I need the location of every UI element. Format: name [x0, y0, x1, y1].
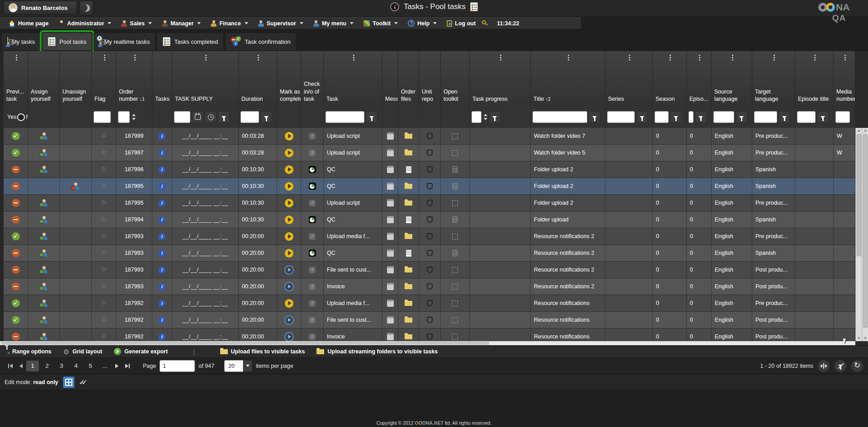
- order-files-folder-icon[interactable]: [405, 184, 412, 189]
- cell-prev[interactable]: ✓: [4, 128, 28, 144]
- filter-input[interactable]: [326, 111, 364, 123]
- scrollbar-thumb[interactable]: [1, 342, 489, 345]
- table-row[interactable]: ⚐187996i__/__/____ __:__00:10:30QCFolder…: [4, 161, 855, 178]
- column-header-unit[interactable]: Unit repo: [419, 51, 441, 106]
- spinner-up-icon[interactable]: [484, 114, 487, 116]
- messages-icon[interactable]: [387, 316, 394, 324]
- column-header-order[interactable]: Order number↓1: [116, 51, 152, 106]
- cell-mark[interactable]: [277, 228, 301, 244]
- range-options-button[interactable]: + Range options: [5, 347, 52, 356]
- cell-assign[interactable]: [28, 128, 60, 144]
- cell-assign[interactable]: [28, 211, 60, 228]
- flag-icon[interactable]: ⚐: [101, 216, 107, 223]
- column-menu-icon[interactable]: [732, 55, 733, 56]
- order-files-folder-icon[interactable]: [405, 267, 412, 272]
- cell-unassign[interactable]: [60, 328, 92, 341]
- page-number-2[interactable]: 2: [41, 361, 53, 371]
- task-info-icon[interactable]: i: [159, 133, 165, 140]
- menu-item-toolkit[interactable]: Toolkit: [359, 18, 402, 29]
- column-menu-icon[interactable]: [353, 55, 354, 56]
- yes-no-toggle[interactable]: YesN: [5, 113, 28, 121]
- grid-horizontal-scrollbar[interactable]: [0, 341, 855, 345]
- column-header-target[interactable]: Target language: [752, 51, 795, 106]
- page-number-5[interactable]: 5: [84, 361, 97, 371]
- column-header-title[interactable]: Title↑2: [531, 51, 605, 106]
- messages-icon[interactable]: [387, 249, 394, 257]
- filter-input[interactable]: [118, 111, 130, 123]
- cell-assign[interactable]: [28, 328, 60, 341]
- upload-files-button[interactable]: Upload files to visible tasks: [220, 348, 305, 355]
- order-files-folder-icon[interactable]: [405, 134, 412, 139]
- cell-tasks[interactable]: i: [152, 178, 172, 194]
- cell-mark[interactable]: [277, 178, 301, 194]
- cell-tasks[interactable]: i: [152, 278, 172, 295]
- table-row[interactable]: ⚐187993i__/__/____ __:__00:20:00QCResour…: [4, 245, 855, 262]
- upload-streaming-button[interactable]: Upload streaming folders to visible task…: [316, 348, 438, 355]
- page-number-1[interactable]: 1: [26, 361, 39, 371]
- cell-tasks[interactable]: i: [152, 195, 172, 211]
- cell-assign[interactable]: [28, 245, 60, 261]
- cell-mark[interactable]: [277, 145, 301, 161]
- order-files-folder-icon[interactable]: [405, 301, 412, 306]
- column-header-episode[interactable]: Episo...: [687, 51, 712, 106]
- scroll-up-icon[interactable]: ▲: [862, 128, 868, 133]
- messages-icon[interactable]: [387, 300, 394, 307]
- cell-mark[interactable]: [277, 262, 301, 278]
- cell-mark[interactable]: [277, 128, 301, 144]
- messages-icon[interactable]: [387, 132, 394, 140]
- cell-prev[interactable]: [4, 161, 28, 178]
- tab-my-realtime-tasks[interactable]: My realtime tasks: [94, 33, 156, 51]
- filter-input[interactable]: [472, 111, 481, 123]
- cell-prev[interactable]: [4, 195, 28, 211]
- cell-prev[interactable]: ✓: [4, 228, 28, 244]
- column-header-assign[interactable]: Assign yourself: [28, 51, 60, 106]
- last-page-button[interactable]: [122, 361, 133, 371]
- filter-funnel-button[interactable]: [736, 111, 747, 123]
- page-number-3[interactable]: 3: [55, 361, 68, 371]
- messages-icon[interactable]: [387, 266, 394, 273]
- messages-icon[interactable]: [387, 216, 394, 223]
- column-header-duration[interactable]: Duration: [239, 51, 277, 106]
- table-row[interactable]: ⚐187995i__/__/____ __:__00:10:30QCFolder…: [4, 178, 855, 195]
- flag-icon[interactable]: ⚐: [101, 200, 107, 206]
- table-row[interactable]: ✓⚐187999i__/__/____ __:__00:03:28Upload …: [4, 128, 855, 145]
- filter-input[interactable]: [797, 111, 816, 123]
- messages-icon[interactable]: [387, 199, 394, 206]
- filter-input[interactable]: [241, 111, 259, 123]
- menu-item-log-out[interactable]: Log out: [443, 18, 480, 29]
- column-header-tasks[interactable]: Tasks: [152, 51, 172, 106]
- cell-unassign[interactable]: [60, 195, 92, 211]
- table-row[interactable]: ✓⚐187997i__/__/____ __:__00:03:28Upload …: [4, 145, 855, 161]
- column-menu-icon[interactable]: [699, 55, 700, 56]
- cell-assign[interactable]: [28, 278, 60, 295]
- task-info-icon[interactable]: i: [159, 283, 165, 290]
- column-header-eptitle[interactable]: Episode title: [795, 51, 834, 106]
- page-number-4[interactable]: 4: [70, 361, 82, 371]
- page-number-input[interactable]: [160, 360, 195, 372]
- cell-assign[interactable]: [28, 178, 60, 194]
- order-files-doc-icon[interactable]: [406, 166, 411, 173]
- task-info-icon[interactable]: i: [159, 317, 165, 324]
- spinner-up-icon[interactable]: [132, 114, 136, 116]
- flag-icon[interactable]: ⚐: [101, 150, 107, 156]
- filter-input[interactable]: [713, 111, 734, 123]
- task-info-icon[interactable]: i: [159, 233, 165, 240]
- filter-funnel-button[interactable]: [695, 111, 707, 123]
- grid-layout-button[interactable]: ⚙ Grid layout: [63, 348, 102, 355]
- filter-input[interactable]: [655, 111, 669, 123]
- page-size-select[interactable]: 20: [224, 360, 252, 372]
- number-spinner[interactable]: [132, 114, 136, 120]
- messages-icon[interactable]: [387, 166, 394, 173]
- column-header-task[interactable]: Task: [324, 51, 382, 106]
- order-files-folder-icon[interactable]: [405, 201, 412, 206]
- flag-icon[interactable]: ⚐: [101, 333, 107, 340]
- filter-funnel-button[interactable]: [778, 111, 790, 123]
- menu-item-administrator[interactable]: Administrator: [54, 18, 115, 29]
- cell-unassign[interactable]: [60, 211, 92, 228]
- cell-prev[interactable]: ✓: [4, 295, 28, 311]
- column-header-series[interactable]: Series: [605, 51, 653, 106]
- tab-task-confirmation[interactable]: ✓i Task confirmation: [225, 33, 296, 51]
- spinner-down-icon[interactable]: [484, 118, 487, 120]
- chevron-down-icon[interactable]: [243, 360, 252, 372]
- cell-assign[interactable]: [28, 262, 60, 278]
